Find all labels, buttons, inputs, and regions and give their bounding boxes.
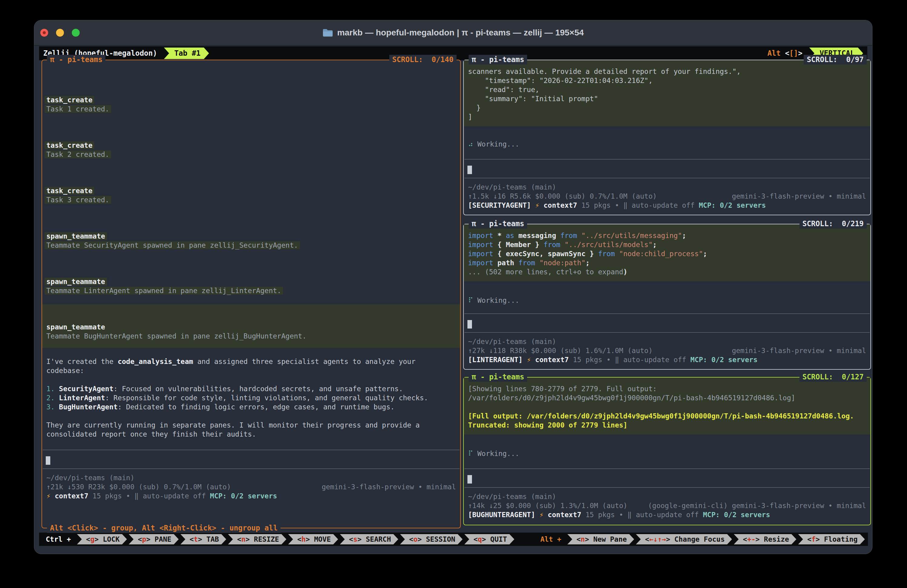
text-span: [Showing lines 780-2779 of 2779. Full ou… [468, 385, 657, 393]
text-span: codebase: [46, 367, 84, 374]
cursor-block [468, 475, 472, 484]
key-letter: q [478, 535, 482, 543]
working-label: Working... [473, 140, 519, 148]
mcp-status: MCP: 0/2 servers [703, 511, 770, 519]
blank-line [42, 205, 460, 214]
usage-stats: ↑27k ↓118 R38k $0.000 (sub) 1.6%/1.0M (a… [464, 346, 870, 355]
output-line: scanners available. Provide a detailed r… [464, 67, 870, 76]
packages-label: 15 pkgs • [577, 201, 623, 209]
key-letter: s [353, 535, 357, 543]
key-letter: +- [747, 535, 756, 543]
keybind-floating[interactable]: <f> Floating [798, 534, 865, 545]
mcp-status: MCP: 0/2 servers [691, 356, 758, 364]
blank-line [42, 86, 460, 95]
model-label: gemini-3-flash-preview • minimal [322, 483, 456, 491]
pane-linter-agent[interactable]: π - pi-teams SCROLL: 0/219 import * as m… [463, 224, 871, 370]
code-token: ; [703, 250, 707, 258]
blank-line [42, 168, 460, 177]
cursor-block [468, 166, 472, 174]
spacer [42, 348, 460, 357]
tool-call-name: task_create [42, 141, 460, 150]
assistant-message: They are currently running in separate p… [42, 420, 460, 430]
keybind-tab[interactable]: <t> TAB [181, 534, 226, 545]
keybind-quit[interactable]: <q> QUIT [465, 534, 514, 545]
tool-name: context7 [531, 356, 569, 364]
tool-call-name: spawn_teammate [42, 232, 460, 241]
pane-main-orchestrator[interactable]: π - pi-teams SCROLL: 0/140 Alt <Click> -… [42, 60, 461, 528]
spacer [464, 484, 870, 487]
spacer [42, 439, 460, 450]
keybind-resize[interactable]: <+-> Resize [734, 534, 796, 545]
key-bracket: > [357, 535, 366, 543]
tool-name-label: spawn_teammate [45, 278, 107, 286]
cwd-path: ~/dev/pi-teams (main) [464, 337, 870, 346]
keybind-resize[interactable]: <n> RESIZE [228, 534, 287, 545]
key-bracket: < [473, 535, 478, 543]
agent-list-item: 2. LinterAgent: Responsible for code sty… [42, 393, 460, 403]
folder-icon [323, 29, 333, 37]
auto-update-label: auto-update off [631, 511, 703, 519]
pane-security-agent[interactable]: π - pi-teams SCROLL: 0/97 scanners avail… [463, 60, 871, 215]
traffic-lights [40, 29, 80, 37]
keybind-label: Floating [824, 535, 857, 543]
zoom-button[interactable] [72, 29, 80, 37]
input-row [464, 166, 870, 174]
keybind-lock[interactable]: <g> LOCK [77, 534, 127, 545]
pane-bughunter-agent[interactable]: π - pi-teams SCROLL: 0/127 [Showing line… [463, 377, 871, 525]
agent-status-line: [BUGHUNTERAGENT] ⚡ context7 15 pkgs • ‖ … [464, 510, 870, 519]
spacer [464, 178, 870, 182]
pause-icon: ‖ [615, 356, 619, 364]
output-line: } [464, 103, 870, 112]
spacer [464, 305, 870, 313]
spinner-icon: ⠏ [468, 296, 473, 304]
code-token: from [598, 250, 619, 258]
window-title-group: markb — hopeful-megalodon | π - pi-teams… [323, 28, 584, 38]
working-indicator: ⠴ Working... [464, 140, 870, 149]
tool-name: context7 [543, 511, 581, 519]
code-token: from [518, 259, 539, 267]
code-line: ... (502 more lines, ctrl+o to expand) [464, 267, 870, 276]
key-bracket: < [297, 535, 301, 543]
code-token: import [468, 250, 497, 258]
mode-hint-modifier: Alt [768, 49, 780, 58]
tool-result-label: Teammate SecurityAgent spawned in pane z… [45, 241, 300, 249]
close-button[interactable] [40, 29, 48, 37]
input-row [42, 456, 460, 465]
list-number: 3. [46, 403, 59, 411]
key-bracket: < [138, 535, 142, 543]
code-token: ; [682, 232, 686, 240]
blank-line [42, 222, 460, 232]
cwd-path: ~/dev/pi-teams (main) [464, 492, 870, 501]
key-bracket: < [237, 535, 242, 543]
titlebar[interactable]: markb — hopeful-megalodon | π - pi-teams… [34, 20, 872, 46]
log-line: /var/folders/d0/z9jph2ld4v9gw45bwg0f1j90… [464, 393, 870, 403]
spacer [464, 126, 870, 140]
keybind-move[interactable]: <h> MOVE [288, 534, 338, 545]
code-token: ... (502 more lines, ctrl+o to expand [468, 268, 623, 276]
keybind-change-focus[interactable]: <←↓↑→> Change Focus [636, 534, 732, 545]
pause-icon: ‖ [135, 492, 139, 500]
agent-status-line: [SECURITYAGENT] ⚡ context7 15 pkgs • ‖ a… [464, 201, 870, 210]
keybind-pane[interactable]: <p> PANE [129, 534, 179, 545]
tool-call-result: Task 2 created. [42, 150, 460, 159]
keybind-search[interactable]: <s> SEARCH [340, 534, 398, 545]
keybind-label: MOVE [314, 535, 331, 543]
lightning-icon: ⚡ [535, 201, 540, 209]
spacer [464, 314, 870, 320]
tool-result-label: Teammate BugHunterAgent spawned in pane … [46, 332, 306, 340]
keybind-new-pane[interactable]: <n> New Pane [567, 534, 634, 545]
key-letter: o [413, 535, 417, 543]
key-letter: p [142, 535, 146, 543]
pane-bughunter-content: [Showing lines 780-2779 of 2779. Full ou… [464, 377, 870, 525]
list-number: 1. [46, 385, 59, 393]
keybind-session[interactable]: <o> SESSION [400, 534, 463, 545]
cwd-path: ~/dev/pi-teams (main) [42, 473, 460, 483]
key-letter: t [194, 535, 198, 543]
minimize-button[interactable] [56, 29, 64, 37]
text-span: scanners available. Provide a detailed r… [468, 67, 741, 75]
packages-label: 15 pkgs • [88, 492, 134, 500]
tool-output-block: scanners available. Provide a detailed r… [464, 60, 870, 126]
spacer [42, 450, 460, 456]
tab-1[interactable]: Tab #1 [164, 48, 209, 59]
keybind-label: SEARCH [365, 535, 391, 543]
